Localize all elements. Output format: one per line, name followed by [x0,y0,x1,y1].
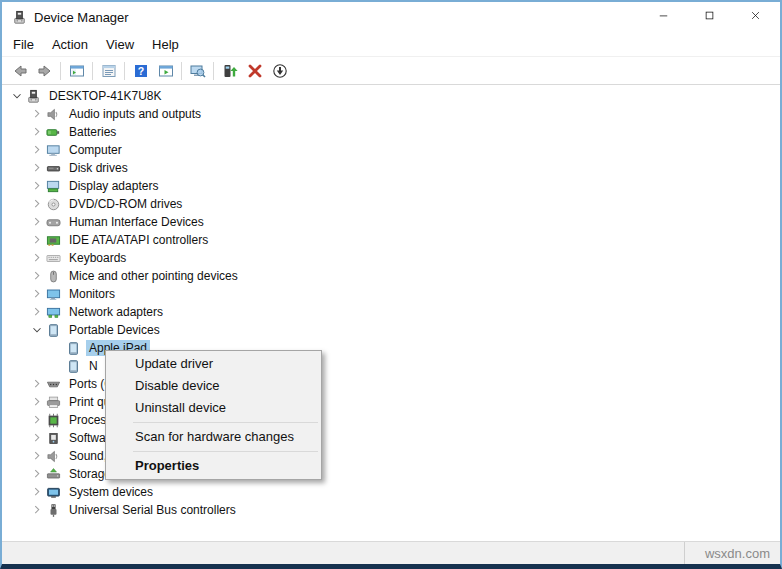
title-bar[interactable]: Device Manager [2,2,780,32]
context-menu-item-properties[interactable]: Properties [106,455,321,477]
tree-item[interactable]: IDE ATA/ATAPI controllers [2,231,780,249]
context-menu-item-scan-for-hardware-changes[interactable]: Scan for hardware changes [106,426,321,448]
tree-item[interactable]: Audio inputs and outputs [2,105,780,123]
back-arrow-icon [12,63,28,79]
context-menu: Update driverDisable deviceUninstall dev… [105,350,322,480]
chevron-right-icon[interactable] [28,394,45,410]
tree-item[interactable]: System devices [2,483,780,501]
serial-port-icon [45,376,61,392]
menu-view[interactable]: View [97,34,143,55]
chevron-right-icon[interactable] [28,250,45,266]
chevron-right-icon[interactable] [28,448,45,464]
chevron-right-icon[interactable] [28,214,45,230]
chevron-right-icon[interactable] [28,268,45,284]
scan-computer-button[interactable] [185,59,210,83]
menu-bar: FileActionViewHelp [2,32,780,56]
processor-icon [45,412,61,428]
expander-spacer [48,358,65,374]
tree-item-label: Mice and other pointing devices [66,268,241,284]
system-device-icon [45,484,61,500]
battery-icon [45,124,61,140]
chevron-right-icon[interactable] [28,286,45,302]
chevron-right-icon[interactable] [28,142,45,158]
chevron-right-icon[interactable] [28,160,45,176]
window-controls [642,2,780,32]
tree-item-label: Audio inputs and outputs [66,106,204,122]
disable-down-button[interactable] [267,59,292,83]
chevron-right-icon[interactable] [28,412,45,428]
chevron-right-icon[interactable] [28,196,45,212]
tree-item-label: Portable Devices [66,322,163,338]
tree-item[interactable]: Human Interface Devices [2,213,780,231]
tree-item[interactable]: Monitors [2,285,780,303]
chevron-down-icon[interactable] [8,88,25,104]
maximize-button[interactable] [688,2,734,32]
minimize-icon [657,9,673,25]
chevron-down-icon[interactable] [28,322,45,338]
tree-item[interactable]: DESKTOP-41K7U8K [2,87,780,105]
storage-controller-icon [45,466,61,482]
tree-item[interactable]: Disk drives [2,159,780,177]
chevron-right-icon[interactable] [28,502,45,518]
context-menu-item-disable-device[interactable]: Disable device [106,375,321,397]
close-button[interactable] [734,2,780,32]
context-menu-item-update-driver[interactable]: Update driver [106,353,321,375]
console-tree-icon [69,63,85,79]
tree-item-label: Human Interface Devices [66,214,207,230]
portable-device-icon [65,340,81,356]
chevron-right-icon[interactable] [28,376,45,392]
tree-item-label: Monitors [66,286,118,302]
forward-arrow-button[interactable] [32,59,57,83]
toolbar-separator [181,62,182,80]
chevron-right-icon[interactable] [28,106,45,122]
update-driver-button[interactable] [217,59,242,83]
tree-item[interactable]: Keyboards [2,249,780,267]
tree-item-label: Display adapters [66,178,161,194]
tree-item[interactable]: Batteries [2,123,780,141]
svg-text:?: ? [137,65,143,77]
chevron-right-icon[interactable] [28,304,45,320]
chevron-right-icon[interactable] [28,232,45,248]
tree-item-label: Disk drives [66,160,131,176]
chevron-right-icon[interactable] [28,466,45,482]
action-pane-button[interactable] [153,59,178,83]
menu-action[interactable]: Action [43,34,97,55]
context-menu-separator [133,422,318,423]
tree-item[interactable]: Computer [2,141,780,159]
device-manager-window: Device Manager FileActionViewHelp ? DESK… [0,0,782,569]
tree-item-label: Universal Serial Bus controllers [66,502,239,518]
tree-item-label: System devices [66,484,156,500]
watermark: wsxdn.com [684,542,780,564]
chevron-right-icon[interactable] [28,430,45,446]
keyboard-icon [45,250,61,266]
context-menu-item-uninstall-device[interactable]: Uninstall device [106,397,321,419]
tree-item[interactable]: Portable Devices [2,321,780,339]
back-arrow-button[interactable] [7,59,32,83]
audio-icon [45,106,61,122]
portable-device-icon [65,358,81,374]
chevron-right-icon[interactable] [28,484,45,500]
disable-down-icon [272,63,288,79]
tree-item[interactable]: DVD/CD-ROM drives [2,195,780,213]
display-adapter-icon [45,178,61,194]
tree-item[interactable]: Network adapters [2,303,780,321]
software-device-icon [45,430,61,446]
tree-item[interactable]: Mice and other pointing devices [2,267,780,285]
chevron-right-icon[interactable] [28,124,45,140]
ide-controller-icon [45,232,61,248]
device-manager-icon [11,9,27,25]
tree-item-label: N [86,358,101,374]
uninstall-x-button[interactable] [242,59,267,83]
tree-item[interactable]: Universal Serial Bus controllers [2,501,780,519]
help-button[interactable]: ? [128,59,153,83]
properties-window-button[interactable] [96,59,121,83]
menu-help[interactable]: Help [143,34,188,55]
menu-file[interactable]: File [4,34,43,55]
device-manager-icon [25,88,41,104]
chevron-right-icon[interactable] [28,178,45,194]
toolbar-separator [124,62,125,80]
console-tree-button[interactable] [64,59,89,83]
tree-item[interactable]: Display adapters [2,177,780,195]
minimize-button[interactable] [642,2,688,32]
maximize-icon [703,9,719,25]
